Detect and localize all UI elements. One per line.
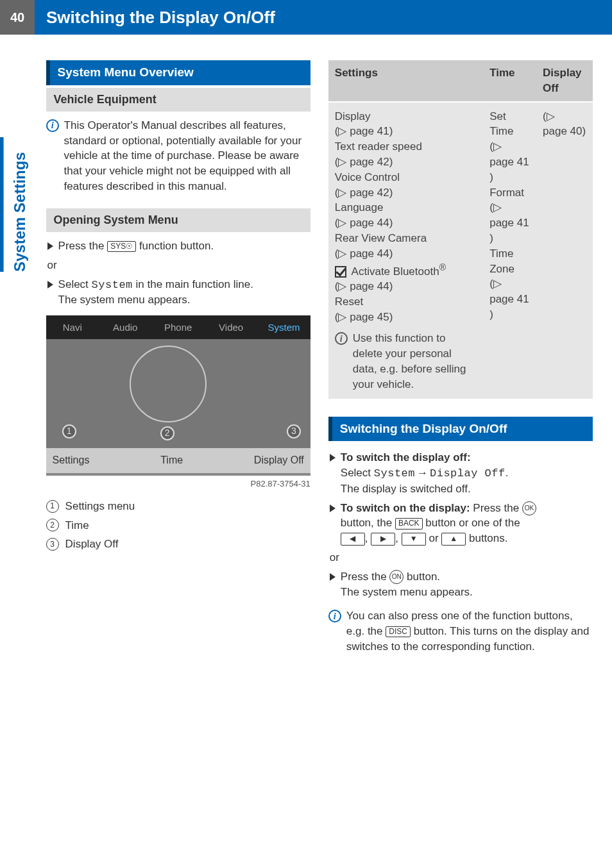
step-text: Press the ON button. The system menu app… <box>341 569 473 600</box>
section-switching-display: Switching the Display On/Off <box>328 417 593 442</box>
page-header: 40 Switching the Display On/Off <box>0 0 612 35</box>
step-switch-off: To switch the display off: Select System… <box>328 450 593 496</box>
figure-footer-time: Time <box>160 453 183 467</box>
legend-item-3: 3Display Off <box>46 537 310 552</box>
subsection-vehicle-equipment: Vehicle Equipment <box>46 88 310 112</box>
step-select-system: Select System in the main function line.… <box>46 277 310 308</box>
callout-3: 3 <box>287 424 301 438</box>
system-menu-figure: Navi Audio Phone Video System 1 2 3 Sett… <box>46 315 310 475</box>
callout-2: 2 <box>160 426 174 440</box>
figure-tabs: Navi Audio Phone Video System <box>46 315 310 339</box>
sys-key-icon: SYS☉ <box>107 241 136 253</box>
left-key-icon: ◀ <box>341 533 365 546</box>
legend-num-icon: 1 <box>46 500 59 513</box>
step-text: To switch on the display: Press the OK b… <box>341 501 536 546</box>
figure-tab-audio: Audio <box>99 315 151 339</box>
figure-footer-settings: Settings <box>53 453 90 467</box>
section-system-menu-overview: System Menu Overview <box>46 60 310 85</box>
ok-key-icon: OK <box>522 501 536 515</box>
disc-key-icon: DISC <box>386 626 411 638</box>
on-key-icon: ON <box>389 570 404 584</box>
step-arrow-icon <box>47 281 53 288</box>
info-text: This Operator's Manual describes all fea… <box>64 118 310 194</box>
step-text: Press the SYS☉ function button. <box>58 238 214 254</box>
step-arrow-icon <box>330 505 336 512</box>
figure-legend: 1Settings menu 2Time 3Display Off <box>46 499 310 552</box>
clock-gauge-icon <box>130 346 207 422</box>
legend-num-icon: 2 <box>46 519 59 531</box>
callout-1: 1 <box>62 424 76 438</box>
step-switch-on: To switch on the display: Press the OK b… <box>328 501 593 546</box>
checkbox-icon <box>335 266 346 278</box>
figure-tab-phone: Phone <box>151 315 204 339</box>
table-cell-settings: Display(▷ page 41) Text reader speed(▷ p… <box>328 102 483 399</box>
step-text: To switch the display off: Select System… <box>341 450 509 496</box>
info-icon: i <box>46 119 59 132</box>
table-settings-note: Use this function to delete your persona… <box>353 331 477 392</box>
figure-footer: Settings Time Display Off <box>46 448 310 472</box>
or-label: or <box>330 550 593 565</box>
info-function-buttons: i You can also press one of the function… <box>328 608 593 654</box>
up-key-icon: ▲ <box>441 533 466 546</box>
subsection-opening-system-menu: Opening System Menu <box>46 208 310 232</box>
figure-tab-navi: Navi <box>46 315 99 339</box>
figure-caption: P82.87-3754-31 <box>46 478 310 490</box>
right-column: Settings Time Display Off Display(▷ page… <box>328 60 593 666</box>
info-icon: i <box>335 332 348 345</box>
figure-footer-display-off: Display Off <box>254 453 304 467</box>
back-key-icon: BACK <box>395 518 423 530</box>
legend-item-2: 2Time <box>46 518 310 533</box>
right-key-icon: ▶ <box>371 533 395 546</box>
step-arrow-icon <box>330 454 336 462</box>
table-cell-display-off: (▷ page 40) <box>536 102 593 399</box>
table-head-time: Time <box>483 60 536 102</box>
down-key-icon: ▼ <box>402 533 426 546</box>
table-head-display-off: Display Off <box>536 60 593 102</box>
left-column: System Menu Overview Vehicle Equipment i… <box>46 60 310 666</box>
table-head-settings: Settings <box>328 60 483 102</box>
figure-body: 1 2 3 <box>46 339 310 448</box>
figure-tab-system: System <box>257 315 310 339</box>
step-text: Select System in the main function line.… <box>58 277 253 308</box>
step-press-sys: Press the SYS☉ function button. <box>46 238 310 254</box>
figure-tab-video: Video <box>205 315 257 339</box>
header-title: Switching the Display On/Off <box>35 6 275 29</box>
table-cell-time: Set Time(▷ page 41) Format(▷ page 41) Ti… <box>483 102 536 399</box>
or-label: or <box>47 258 310 273</box>
legend-num-icon: 3 <box>46 538 59 551</box>
info-text: You can also press one of the function b… <box>346 608 593 654</box>
step-arrow-icon <box>330 573 336 581</box>
info-vehicle-equipment: i This Operator's Manual describes all f… <box>46 118 310 194</box>
legend-item-1: 1Settings menu <box>46 499 310 514</box>
page-number: 40 <box>0 0 35 35</box>
side-tab-system-settings: System Settings <box>0 137 36 272</box>
step-press-on: Press the ON button. The system menu app… <box>328 569 593 600</box>
settings-table: Settings Time Display Off Display(▷ page… <box>328 60 593 399</box>
step-arrow-icon <box>47 242 53 250</box>
info-icon: i <box>328 610 341 622</box>
